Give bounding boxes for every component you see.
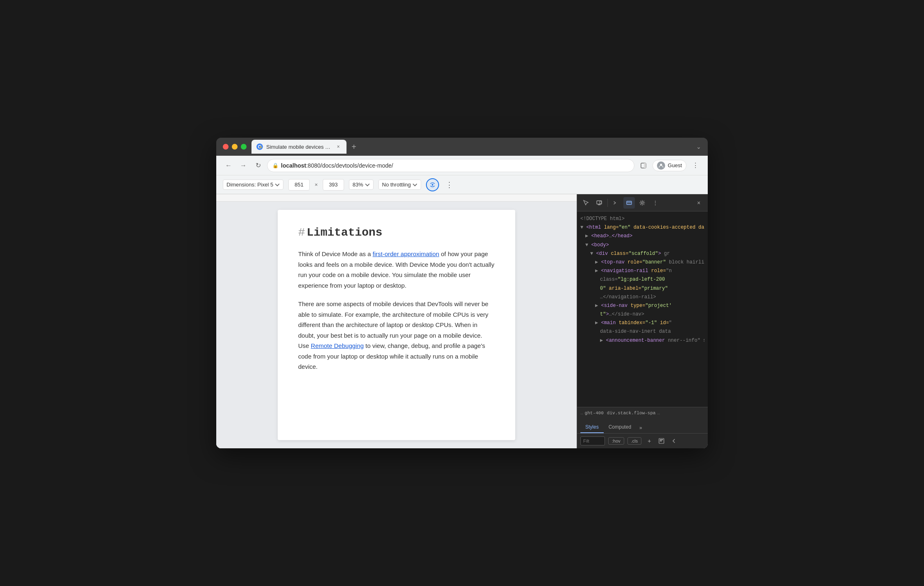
url-path: :8080/docs/devtools/device-mode/ <box>306 162 393 169</box>
minimize-window-button[interactable] <box>232 144 238 150</box>
dimension-separator: × <box>315 182 318 188</box>
breadcrumb-item[interactable]: div.stack.flow-spa <box>607 411 656 416</box>
browser-window: Simulate mobile devices with D × + ⌄ ← →… <box>216 138 708 448</box>
breadcrumb-item[interactable]: ght-400 <box>585 411 604 416</box>
tabs-more-button[interactable]: » <box>636 422 645 433</box>
html-line: ▶ <main tabindex="-1" id=" <box>580 319 704 327</box>
page-article: # Limitations Think of Device Mode as a … <box>278 210 515 440</box>
settings-button[interactable] <box>636 197 648 209</box>
html-line: ▶ <top-nav role="banner" block hairline-… <box>580 258 704 267</box>
tab-bar: Simulate mobile devices with D × + ⌄ <box>251 140 701 154</box>
svg-rect-4 <box>644 163 646 168</box>
expand-arrow[interactable]: ▼ <box>585 242 588 248</box>
html-attr-value: "-1" <box>645 320 657 326</box>
tab-styles[interactable]: Styles <box>580 422 604 433</box>
html-attr: role= <box>651 268 666 274</box>
toolbar-separator <box>607 199 608 207</box>
throttle-dropdown[interactable]: No throttling <box>378 179 421 190</box>
close-window-button[interactable] <box>223 144 229 150</box>
filter-cls-button[interactable]: .cls <box>627 437 642 445</box>
device-toolbar: Dimensions: Pixel 5 × 83% No throttling … <box>216 175 708 194</box>
svg-rect-15 <box>660 441 662 441</box>
first-order-link[interactable]: first-order approximation <box>373 250 439 257</box>
height-input[interactable] <box>323 179 344 191</box>
settings-icon <box>639 200 645 206</box>
breadcrumb-bar: … ght-400 div.stack.flow-spa … <box>577 407 708 419</box>
html-line: ▶ <side-nav type="project' <box>580 302 704 310</box>
html-attr: tabindex= <box>619 320 645 326</box>
styles-computed-tabs: Styles Computed » <box>577 419 708 434</box>
device-mode-icon <box>596 200 602 206</box>
html-line: data-side-nav-inert data <box>580 327 704 336</box>
html-line: 0" aria-label="primary" <box>580 284 704 293</box>
sensors-button[interactable] <box>426 178 439 191</box>
filter-bar: :hov .cls + <box>577 434 708 448</box>
toolbar-more-button[interactable]: ⋮ <box>444 179 455 191</box>
filter-input[interactable] <box>580 436 605 445</box>
expand-arrow[interactable]: ▶ <box>595 268 598 274</box>
html-attr: class= <box>611 251 628 257</box>
inspect-icon <box>583 200 589 206</box>
address-bar-actions: Guest ⋮ <box>638 160 701 171</box>
address-bar: ← → ↻ 🔒 localhost:8080/docs/devtools/dev… <box>216 156 708 175</box>
tab-bar-chevron[interactable]: ⌄ <box>696 143 701 150</box>
active-tab[interactable]: Simulate mobile devices with D × <box>251 140 346 154</box>
chrome-menu-button[interactable]: ⋮ <box>690 160 701 171</box>
maximize-window-button[interactable] <box>241 144 247 150</box>
html-line: …</navigation-rail> <box>580 293 704 302</box>
expand-arrow[interactable]: ▶ <box>595 320 598 326</box>
device-mode-button[interactable] <box>593 197 605 209</box>
remote-debugging-link[interactable]: Remote Debugging <box>311 342 364 349</box>
width-input[interactable] <box>288 179 310 191</box>
html-attr-value: "primary" <box>641 286 668 291</box>
guest-label: Guest <box>668 162 682 168</box>
html-attr: data-cookies-accepted data-banner-dismis… <box>634 225 704 230</box>
div-tag: <div <box>596 251 608 257</box>
html-attr-value: t" <box>600 311 606 317</box>
devtools-toolbar: ⋮ × <box>577 194 708 211</box>
tab-close-button[interactable]: × <box>335 143 342 150</box>
ruler <box>216 194 577 202</box>
reload-button[interactable]: ↻ <box>252 160 264 171</box>
back-button[interactable]: ← <box>223 160 234 171</box>
device-selector-dropdown[interactable]: Dimensions: Pixel 5 <box>223 179 283 190</box>
elements-panel-button[interactable] <box>623 197 635 209</box>
expand-arrow[interactable]: ▶ <box>585 233 588 239</box>
expand-arrow[interactable]: ▼ <box>590 251 593 257</box>
url-bar[interactable]: 🔒 localhost:8080/docs/devtools/device-mo… <box>267 159 634 172</box>
back-arrow-icon <box>671 438 677 444</box>
filter-hov-button[interactable]: :hov <box>608 437 624 445</box>
page-heading: # Limitations <box>298 226 495 239</box>
html-attr-value: "banner" <box>642 259 666 265</box>
zoom-dropdown[interactable]: 83% <box>349 179 374 190</box>
html-attr: id= <box>660 320 669 326</box>
more-tools-button[interactable]: ⋮ <box>650 197 661 209</box>
expand-arrow[interactable]: ▼ <box>580 225 583 230</box>
add-style-button[interactable]: + <box>645 436 654 445</box>
html-attr-value: "scaffold" <box>629 251 658 257</box>
guest-avatar-icon <box>657 161 665 170</box>
announcement-tag: <announcement-banner <box>606 338 665 343</box>
html-attr: type= <box>630 303 645 309</box>
main-content-area: # Limitations Think of Device Mode as a … <box>216 194 708 448</box>
breadcrumb-ellipsis: … <box>580 411 583 416</box>
forward-button[interactable]: → <box>238 160 249 171</box>
html-attr-value: 0" <box>600 286 606 291</box>
guest-account-button[interactable]: Guest <box>652 160 686 171</box>
expand-arrow[interactable]: ▶ <box>595 303 598 309</box>
toggle-element-state-button[interactable] <box>657 436 666 445</box>
close-styles-button[interactable] <box>669 436 678 445</box>
expand-arrow[interactable]: ▶ <box>595 259 598 265</box>
bookmarks-sidebar-button[interactable] <box>638 160 649 171</box>
console-drawer-button[interactable] <box>610 197 622 209</box>
html-line: ▼ <body> <box>580 241 704 250</box>
traffic-lights <box>223 144 247 150</box>
paragraph-1: Think of Device Mode as a first-order ap… <box>298 249 495 291</box>
inspect-element-button[interactable] <box>580 197 592 209</box>
new-tab-button[interactable]: + <box>348 141 360 152</box>
expand-arrow[interactable]: ▶ <box>600 338 603 343</box>
tab-computed[interactable]: Computed <box>604 422 636 433</box>
sensors-icon <box>429 182 436 188</box>
close-devtools-button[interactable]: × <box>693 197 704 209</box>
svg-rect-8 <box>598 204 600 205</box>
